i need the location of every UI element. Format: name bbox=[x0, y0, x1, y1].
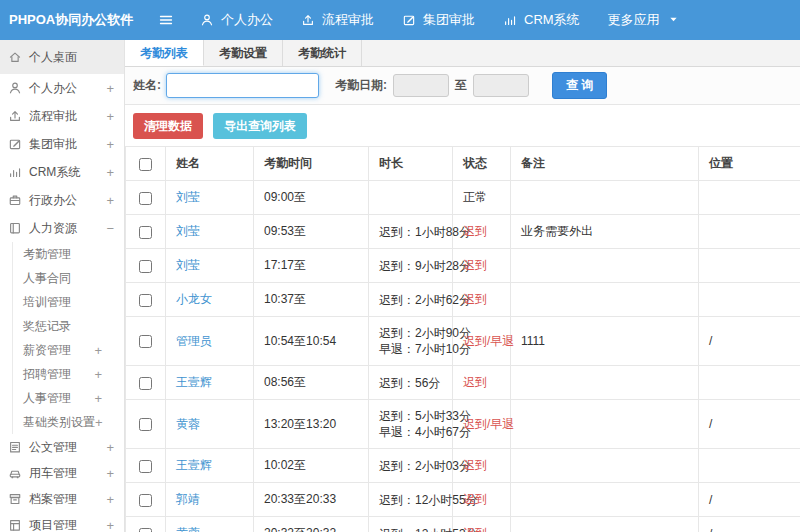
early-leave-duration: 早退：7小时10分 bbox=[379, 341, 442, 357]
note-cell bbox=[511, 483, 699, 517]
sidebar-item-label: 项目管理 bbox=[29, 517, 77, 532]
sidebar-item-档案管理[interactable]: 档案管理 + bbox=[0, 486, 124, 512]
sidebar-item-薪资管理[interactable]: 薪资管理 + bbox=[12, 338, 124, 362]
sidebar-item-label: CRM系统 bbox=[29, 164, 80, 181]
expand-toggle-icon[interactable]: + bbox=[94, 343, 102, 358]
row-checkbox[interactable] bbox=[139, 528, 152, 532]
row-select-cell bbox=[126, 283, 166, 317]
expand-toggle-icon[interactable]: + bbox=[94, 367, 102, 382]
sidebar-item-label: 考勤管理 bbox=[23, 246, 71, 263]
location-cell bbox=[699, 449, 800, 483]
name-input[interactable] bbox=[166, 73, 319, 98]
early-leave-duration: 早退：4小时67分 bbox=[379, 424, 442, 440]
sidebar-item-公文管理[interactable]: 公文管理 + bbox=[0, 434, 124, 460]
employee-name-link[interactable]: 郭靖 bbox=[166, 483, 254, 517]
employee-name-link[interactable]: 黄蓉 bbox=[166, 517, 254, 532]
sidebar-item-label: 薪资管理 bbox=[23, 342, 71, 359]
sidebar-item-用车管理[interactable]: 用车管理 + bbox=[0, 460, 124, 486]
app-logo[interactable]: PHPOA协同办公软件 bbox=[0, 11, 158, 29]
table-row: 小龙女 10:37至 迟到：2小时62分 迟到 bbox=[126, 283, 800, 317]
sidebar-item-考勤管理[interactable]: 考勤管理 bbox=[12, 242, 124, 266]
date-to-input[interactable] bbox=[473, 74, 529, 97]
tab-考勤设置[interactable]: 考勤设置 bbox=[204, 40, 283, 66]
expand-toggle-icon[interactable]: + bbox=[106, 193, 114, 208]
hamburger-menu-icon[interactable] bbox=[158, 12, 174, 28]
location-cell: / bbox=[699, 517, 800, 532]
employee-name-link[interactable]: 王壹辉 bbox=[166, 449, 254, 483]
employee-name-link[interactable]: 王壹辉 bbox=[166, 366, 254, 400]
sidebar-item-流程审批[interactable]: 流程审批 + bbox=[0, 102, 124, 130]
row-checkbox[interactable] bbox=[139, 260, 152, 273]
row-checkbox[interactable] bbox=[139, 335, 152, 348]
sidebar-item-人力资源[interactable]: 人力资源 − bbox=[0, 214, 124, 242]
date-from-input[interactable] bbox=[393, 74, 449, 97]
navbar-menu-item[interactable]: 流程审批 bbox=[301, 11, 374, 29]
expand-toggle-icon[interactable]: + bbox=[106, 137, 114, 152]
sidebar-item-培训管理[interactable]: 培训管理 bbox=[12, 290, 124, 314]
attendance-time-cell: 10:37至 bbox=[254, 283, 369, 317]
select-all-checkbox[interactable] bbox=[139, 158, 152, 171]
navbar-menu-item[interactable]: CRM系统 bbox=[503, 11, 580, 29]
navbar-menu-item[interactable]: 更多应用 bbox=[608, 11, 678, 29]
table-row: 管理员 10:54至10:54 迟到：2小时90分 早退：7小时10分 迟到/早… bbox=[126, 317, 800, 366]
sidebar-item-集团审批[interactable]: 集团审批 + bbox=[0, 130, 124, 158]
sidebar-item-个人办公[interactable]: 个人办公 + bbox=[0, 74, 124, 102]
row-checkbox[interactable] bbox=[139, 460, 152, 473]
export-list-button[interactable]: 导出查询列表 bbox=[213, 113, 307, 139]
navbar-menu-label: 个人办公 bbox=[221, 11, 273, 29]
sidebar-item-奖惩记录[interactable]: 奖惩记录 bbox=[12, 314, 124, 338]
employee-name-link[interactable]: 刘莹 bbox=[166, 215, 254, 249]
flow-icon bbox=[301, 13, 315, 27]
row-checkbox[interactable] bbox=[139, 494, 152, 507]
duration-cell: 迟到：9小时28分 bbox=[369, 249, 453, 283]
duration-cell: 迟到：5小时33分 早退：4小时67分 bbox=[369, 400, 453, 449]
clean-data-button[interactable]: 清理数据 bbox=[133, 113, 203, 139]
status-badge: 迟到/早退 bbox=[453, 400, 511, 449]
expand-toggle-icon[interactable]: + bbox=[106, 165, 114, 180]
expand-toggle-icon[interactable]: − bbox=[106, 221, 114, 236]
row-checkbox[interactable] bbox=[139, 377, 152, 390]
row-checkbox[interactable] bbox=[139, 226, 152, 239]
navbar-menu-item[interactable]: 个人办公 bbox=[200, 11, 273, 29]
sidebar-item-CRM系统[interactable]: CRM系统 + bbox=[0, 158, 124, 186]
row-checkbox[interactable] bbox=[139, 294, 152, 307]
sidebar-item-人事合同[interactable]: 人事合同 bbox=[12, 266, 124, 290]
tab-考勤列表[interactable]: 考勤列表 bbox=[125, 40, 204, 66]
expand-toggle-icon[interactable]: + bbox=[106, 440, 114, 455]
employee-name-link[interactable]: 黄蓉 bbox=[166, 400, 254, 449]
sidebar-item-个人桌面[interactable]: 个人桌面 bbox=[0, 40, 124, 74]
sidebar-item-招聘管理[interactable]: 招聘管理 + bbox=[12, 362, 124, 386]
sidebar-item-行政办公[interactable]: 行政办公 + bbox=[0, 186, 124, 214]
tab-考勤统计[interactable]: 考勤统计 bbox=[283, 40, 362, 66]
expand-toggle-icon[interactable]: + bbox=[106, 81, 114, 96]
row-select-cell bbox=[126, 449, 166, 483]
expand-toggle-icon[interactable]: + bbox=[106, 466, 114, 481]
navbar-menu-item[interactable]: 集团审批 bbox=[402, 11, 475, 29]
row-checkbox[interactable] bbox=[139, 192, 152, 205]
sidebar-item-label: 用车管理 bbox=[29, 465, 77, 482]
employee-name-link[interactable]: 刘莹 bbox=[166, 181, 254, 215]
late-duration: 迟到：5小时33分 bbox=[379, 408, 442, 424]
sidebar-item-项目管理[interactable]: 项目管理 + bbox=[0, 512, 124, 532]
tab-bar: 考勤列表 考勤设置 考勤统计 bbox=[125, 40, 800, 67]
expand-toggle-icon[interactable]: + bbox=[106, 492, 114, 507]
employee-name-link[interactable]: 刘莹 bbox=[166, 249, 254, 283]
expand-toggle-icon[interactable]: + bbox=[106, 518, 114, 532]
expand-toggle-icon[interactable]: + bbox=[94, 391, 102, 406]
sidebar-item-基础类别设置[interactable]: 基础类别设置 + bbox=[12, 410, 124, 434]
attendance-time-cell: 09:00至 bbox=[254, 181, 369, 215]
note-cell bbox=[511, 449, 699, 483]
row-checkbox[interactable] bbox=[139, 418, 152, 431]
row-select-cell bbox=[126, 215, 166, 249]
location-cell: / bbox=[699, 317, 800, 366]
employee-name-link[interactable]: 管理员 bbox=[166, 317, 254, 366]
sidebar-item-人事管理[interactable]: 人事管理 + bbox=[12, 386, 124, 410]
action-button-row: 清理数据 导出查询列表 bbox=[125, 105, 800, 146]
select-all-cell bbox=[126, 147, 166, 181]
expand-toggle-icon[interactable]: + bbox=[95, 415, 103, 430]
search-button[interactable]: 查 询 bbox=[552, 72, 607, 99]
chart-icon bbox=[8, 165, 22, 179]
expand-toggle-icon[interactable]: + bbox=[106, 109, 114, 124]
note-cell bbox=[511, 181, 699, 215]
employee-name-link[interactable]: 小龙女 bbox=[166, 283, 254, 317]
